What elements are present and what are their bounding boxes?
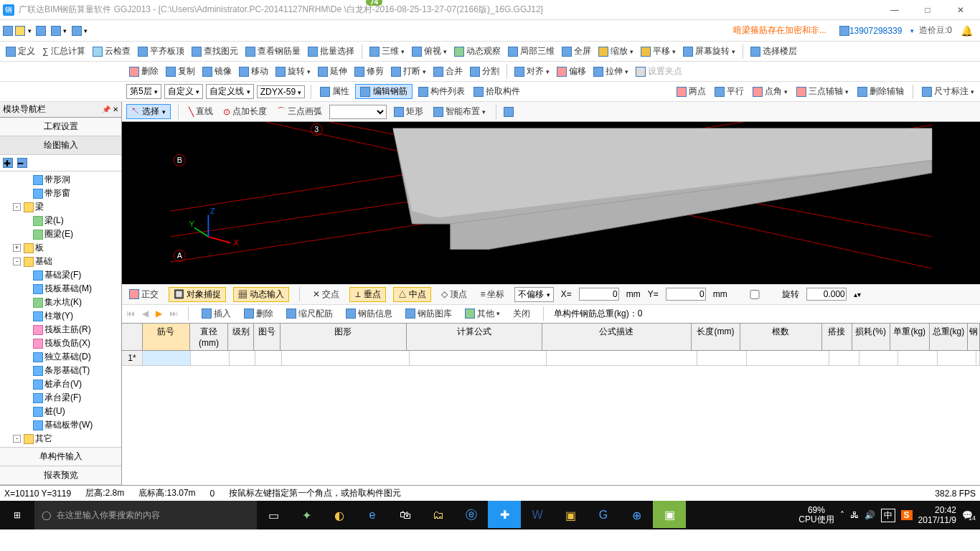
tree-item[interactable]: +板 (1, 241, 120, 255)
app-4-icon[interactable]: ▣ (554, 501, 587, 529)
sidebar-ico-1[interactable]: ✚ (3, 158, 13, 168)
tree-item[interactable]: 筏板负筋(X) (1, 336, 120, 350)
viewport-3d[interactable]: A B 3 X Y Z (122, 122, 980, 284)
menu-local-3d[interactable]: 局部三维 (505, 44, 557, 59)
aux-two-point[interactable]: 两点 (674, 84, 709, 99)
btn-select[interactable]: ↖ 选择 ▾ (126, 104, 171, 119)
aux-three-point[interactable]: 三点辅轴▾ (793, 84, 852, 99)
app-7-icon[interactable]: ▣ (653, 501, 686, 528)
tree-item[interactable]: 桩(U) (1, 405, 120, 418)
snap-osnap[interactable]: 🔲 对象捕捉 (169, 287, 226, 302)
tab-project-settings[interactable]: 工程设置 (0, 118, 121, 136)
snap-dynamic[interactable]: ▦ 动态输入 (233, 287, 288, 302)
snap-vertex[interactable]: ◇ 顶点 (438, 287, 470, 302)
app-1-icon[interactable]: ✦ (290, 501, 323, 529)
notice-text[interactable]: 暗梁箍筋存在加密和非... (733, 24, 826, 37)
tree-item[interactable]: -梁 (1, 200, 120, 214)
y-input[interactable] (666, 288, 706, 301)
search-box[interactable]: ◯ 在这里输入你要搜索的内容 (34, 501, 257, 529)
app-3-icon[interactable]: ✚ (488, 501, 521, 528)
floor-select[interactable]: 第5层 ▾ (126, 84, 161, 99)
tree-item[interactable]: 筏板基础(M) (1, 282, 120, 296)
tree-item[interactable]: 条形基础(T) (1, 364, 120, 377)
tree-item[interactable]: 梁(L) (1, 214, 120, 227)
rotate-input[interactable] (806, 288, 847, 301)
tool-trim[interactable]: 修剪 (352, 64, 387, 79)
tab-drawing-input[interactable]: 绘图输入 (0, 136, 121, 155)
new-icon[interactable] (3, 26, 13, 36)
rebar-lib[interactable]: 钢筋图库 (402, 306, 455, 321)
tool-align[interactable]: 对齐▾ (512, 64, 552, 79)
tray-up-icon[interactable]: ˄ (840, 510, 844, 520)
rebar-delete[interactable]: 删除 (241, 306, 276, 321)
tree-item[interactable]: 桩承台(V) (1, 377, 120, 391)
clock[interactable]: 20:422017/11/9 (918, 505, 956, 526)
tree-item[interactable]: 集水坑(K) (1, 296, 120, 309)
menu-select-floor[interactable]: 选择楼层 (748, 44, 800, 59)
menu-view-rebar[interactable]: 查看钢筋量 (242, 44, 303, 59)
offset-mode[interactable]: 不偏移 ▾ (514, 287, 553, 302)
undo-icon[interactable] (51, 26, 61, 36)
tool-split[interactable]: 分割 (467, 64, 502, 79)
menu-orbit[interactable]: 动态观察 (451, 44, 504, 59)
extra-icon[interactable] (504, 107, 514, 117)
snap-coord[interactable]: ≡ 坐标 (477, 287, 507, 302)
btn-line[interactable]: ╲直线 (186, 104, 216, 119)
snap-mid[interactable]: △ 中点 (393, 287, 431, 302)
explorer-icon[interactable]: 🗂 (422, 501, 455, 529)
menu-find[interactable]: 查找图元 (189, 44, 241, 59)
rebar-scale[interactable]: 缩尺配筋 (283, 306, 336, 321)
tree-item[interactable]: 基础梁(F) (1, 268, 120, 282)
x-input[interactable] (579, 288, 619, 301)
close-button[interactable]: ✕ (944, 0, 977, 20)
tool-move[interactable]: 移动 (236, 64, 271, 79)
tree-item[interactable]: 筏板主筋(R) (1, 323, 120, 336)
btn-point-length[interactable]: ⊙点加长度 (220, 104, 270, 119)
row-number[interactable]: 1* (122, 351, 143, 365)
menu-cloud-check[interactable]: 云检查 (90, 44, 133, 59)
tree-item[interactable]: 带形洞 (1, 173, 120, 187)
tray-net-icon[interactable]: 🖧 (850, 510, 859, 520)
tool-mirror[interactable]: 镜像 (199, 64, 235, 79)
btn-arc[interactable]: ⌒三点画弧 (274, 104, 325, 119)
tree-item[interactable]: 圈梁(E) (1, 227, 120, 241)
edge-icon[interactable]: e (356, 501, 389, 529)
type-select[interactable]: 自定义线 ▾ (206, 84, 253, 99)
open-icon[interactable] (15, 26, 25, 36)
pin-icon[interactable]: 📌 ✕ (102, 105, 118, 113)
phone-number[interactable]: 13907298339 (849, 26, 902, 36)
maximize-button[interactable]: □ (911, 0, 944, 20)
aux-parallel[interactable]: 平行 (712, 84, 747, 99)
btn-edit-rebar[interactable]: 编辑钢筋 (355, 84, 412, 99)
snap-ortho[interactable]: 正交 (126, 287, 161, 302)
btn-rect[interactable]: 矩形 (391, 104, 426, 119)
menu-batch-select[interactable]: 批量选择 (305, 44, 357, 59)
category-select[interactable]: 自定义 ▾ (164, 84, 203, 99)
tool-delete[interactable]: 删除 (126, 64, 161, 79)
tool-join[interactable]: 合并 (430, 64, 466, 79)
redo-icon[interactable] (72, 26, 82, 36)
menu-fullscreen[interactable]: 全屏 (559, 44, 594, 59)
bell-icon[interactable]: 🔔 (961, 25, 973, 37)
menu-zoom[interactable]: 缩放▾ (595, 44, 636, 59)
tray-ime[interactable]: 中 (881, 509, 895, 522)
word-icon[interactable]: W (521, 501, 554, 529)
minimize-button[interactable]: — (878, 0, 911, 20)
rebar-close[interactable]: 关闭 (510, 306, 533, 321)
arc-options[interactable] (329, 105, 387, 119)
tree-item[interactable]: 基础板带(W) (1, 418, 120, 432)
app-6-icon[interactable]: ⊕ (620, 501, 653, 529)
tool-stretch[interactable]: 拉伸▾ (590, 64, 631, 79)
store-icon[interactable]: 🛍 (389, 501, 422, 529)
rotate-check[interactable] (735, 290, 775, 299)
tool-break[interactable]: 打断▾ (388, 64, 429, 79)
rebar-other[interactable]: 其他▾ (462, 306, 503, 321)
tool-copy[interactable]: 复制 (163, 64, 198, 79)
snap-perp[interactable]: ⊥ 垂点 (349, 287, 386, 302)
nav-prev[interactable]: ◀ (142, 309, 149, 319)
app-5-icon[interactable]: G (587, 501, 620, 529)
tree-item[interactable]: -基础 (1, 255, 120, 268)
code-select[interactable]: ZDYX-59 ▾ (257, 85, 306, 98)
tree-item[interactable]: 承台梁(F) (1, 391, 120, 405)
save-icon[interactable] (36, 26, 46, 36)
